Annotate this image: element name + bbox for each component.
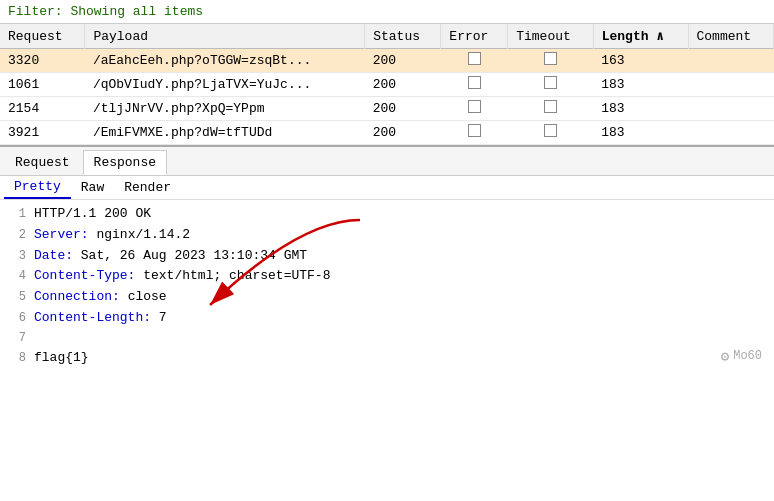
cell-status: 200 [365, 97, 441, 121]
cell-error [441, 97, 508, 121]
cell-status: 200 [365, 73, 441, 97]
line-number: 7 [8, 329, 26, 348]
response-line: 6Content-Length: 7 [8, 308, 766, 329]
cell-request: 1061 [0, 73, 85, 97]
col-request[interactable]: Request [0, 24, 85, 49]
col-status[interactable]: Status [365, 24, 441, 49]
line-value: nginx/1.14.2 [96, 225, 190, 246]
table-row[interactable]: 3320/aEahcEeh.php?oTGGW=zsqBt...200163 [0, 49, 774, 73]
line-number: 8 [8, 349, 26, 368]
cell-length: 183 [593, 97, 688, 121]
cell-timeout [508, 49, 593, 73]
cell-comment [688, 73, 774, 97]
cell-length: 183 [593, 73, 688, 97]
line-key: Date: [34, 246, 81, 267]
col-error[interactable]: Error [441, 24, 508, 49]
response-content: 1HTTP/1.1 200 OK2Server: nginx/1.14.23Da… [0, 200, 774, 373]
watermark: ⚙ Mo60 [721, 348, 762, 365]
col-length[interactable]: Length ∧ [593, 24, 688, 49]
tab-request[interactable]: Request [4, 150, 81, 175]
cell-length: 183 [593, 121, 688, 145]
filter-label: Filter: Showing all items [8, 4, 203, 19]
cell-comment [688, 49, 774, 73]
line-value: text/html; charset=UTF-8 [143, 266, 330, 287]
watermark-icon: ⚙ [721, 348, 729, 365]
subtab-pretty[interactable]: Pretty [4, 176, 71, 199]
request-table: Request Payload Status Error Timeout Len… [0, 24, 774, 145]
tabs-row: Request Response [0, 147, 774, 176]
cell-status: 200 [365, 121, 441, 145]
request-table-section: Request Payload Status Error Timeout Len… [0, 24, 774, 147]
line-key: Content-Length: [34, 308, 159, 329]
cell-timeout [508, 73, 593, 97]
tab-response[interactable]: Response [83, 150, 167, 175]
line-text: HTTP/1.1 200 OK [34, 204, 151, 225]
line-number: 5 [8, 288, 26, 307]
cell-request: 3921 [0, 121, 85, 145]
line-key: Connection: [34, 287, 128, 308]
line-value: 7 [159, 308, 167, 329]
response-line: 7 [8, 329, 766, 348]
subtab-raw[interactable]: Raw [71, 177, 114, 198]
cell-error [441, 73, 508, 97]
line-number: 4 [8, 267, 26, 286]
watermark-label: Mo60 [733, 349, 762, 363]
line-number: 2 [8, 226, 26, 245]
line-number: 6 [8, 309, 26, 328]
cell-timeout [508, 121, 593, 145]
filter-bar: Filter: Showing all items [0, 0, 774, 24]
cell-error [441, 121, 508, 145]
table-row[interactable]: 1061/qObVIudY.php?LjaTVX=YuJc...200183 [0, 73, 774, 97]
col-timeout[interactable]: Timeout [508, 24, 593, 49]
response-line: 4Content-Type: text/html; charset=UTF-8 [8, 266, 766, 287]
response-line: 5Connection: close [8, 287, 766, 308]
table-header-row: Request Payload Status Error Timeout Len… [0, 24, 774, 49]
line-value: close [128, 287, 167, 308]
line-number: 1 [8, 205, 26, 224]
cell-payload: /EmiFVMXE.php?dW=tfTUDd [85, 121, 365, 145]
subtab-render[interactable]: Render [114, 177, 181, 198]
table-row[interactable]: 3921/EmiFVMXE.php?dW=tfTUDd200183 [0, 121, 774, 145]
line-key: Content-Type: [34, 266, 143, 287]
response-line: 1HTTP/1.1 200 OK [8, 204, 766, 225]
cell-length: 163 [593, 49, 688, 73]
response-wrapper: 1HTTP/1.1 200 OK2Server: nginx/1.14.23Da… [0, 200, 774, 373]
cell-comment [688, 121, 774, 145]
line-number: 3 [8, 247, 26, 266]
col-comment[interactable]: Comment [688, 24, 774, 49]
subtabs-row: Pretty Raw Render [0, 176, 774, 200]
col-payload[interactable]: Payload [85, 24, 365, 49]
cell-request: 3320 [0, 49, 85, 73]
cell-payload: /tljJNrVV.php?XpQ=YPpm [85, 97, 365, 121]
response-line: 2Server: nginx/1.14.2 [8, 225, 766, 246]
table-row[interactable]: 2154/tljJNrVV.php?XpQ=YPpm200183 [0, 97, 774, 121]
cell-payload: /qObVIudY.php?LjaTVX=YuJc... [85, 73, 365, 97]
response-line: 8flag{1} [8, 348, 766, 369]
cell-request: 2154 [0, 97, 85, 121]
line-text: flag{1} [34, 348, 89, 369]
cell-timeout [508, 97, 593, 121]
cell-status: 200 [365, 49, 441, 73]
line-key: Server: [34, 225, 96, 246]
line-value: Sat, 26 Aug 2023 13:10:34 GMT [81, 246, 307, 267]
response-line: 3Date: Sat, 26 Aug 2023 13:10:34 GMT [8, 246, 766, 267]
cell-payload: /aEahcEeh.php?oTGGW=zsqBt... [85, 49, 365, 73]
cell-comment [688, 97, 774, 121]
cell-error [441, 49, 508, 73]
